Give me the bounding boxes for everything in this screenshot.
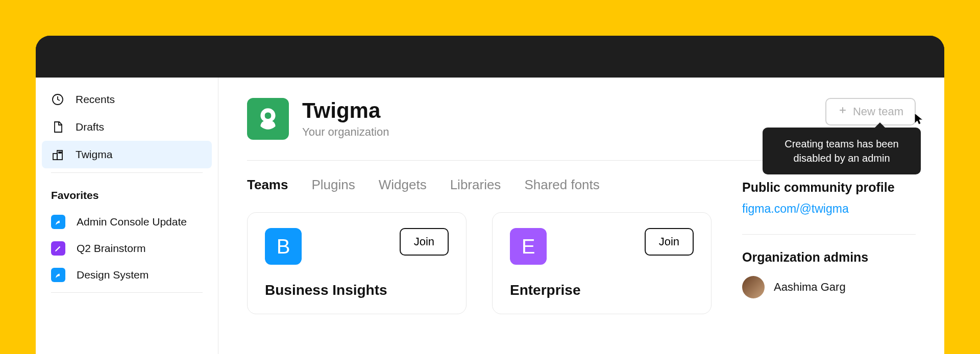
team-name: Enterprise: [510, 282, 694, 298]
tabs: Teams Plugins Widgets Libraries Shared f…: [247, 177, 712, 193]
leaf-icon: [51, 215, 65, 229]
header-row: Twigma Your organization New team Creat: [247, 98, 916, 140]
team-name: Business Insights: [265, 282, 449, 298]
leaf-icon: [51, 268, 65, 282]
svg-rect-3: [59, 152, 60, 153]
favorite-item-design-system[interactable]: Design System: [36, 262, 218, 288]
pencil-icon: [51, 241, 65, 256]
divider: [51, 172, 203, 173]
sidebar-item-drafts[interactable]: Drafts: [36, 113, 218, 141]
tab-shared-fonts[interactable]: Shared fonts: [524, 177, 599, 193]
team-card-business-insights[interactable]: B Join Business Insights: [247, 212, 467, 314]
favorite-label: Design System: [77, 269, 149, 281]
avatar: [742, 276, 765, 298]
favorite-label: Q2 Brainstorm: [77, 242, 145, 255]
plus-icon: [838, 105, 848, 118]
tab-widgets[interactable]: Widgets: [379, 177, 427, 193]
org-avatar: [247, 98, 289, 140]
team-cards: B Join Business Insights E Join Enterpri…: [247, 212, 712, 314]
main-content: Twigma Your organization New team Creat: [218, 78, 944, 354]
tab-plugins[interactable]: Plugins: [311, 177, 355, 193]
org-title: Twigma: [302, 99, 389, 122]
svg-rect-4: [60, 152, 61, 153]
content-area: Recents Drafts Twigma Favorites Ad: [36, 78, 944, 354]
left-column: Teams Plugins Widgets Libraries Shared f…: [247, 177, 712, 314]
favorites-header: Favorites: [36, 177, 218, 209]
profile-link[interactable]: figma.com/@twigma: [742, 202, 849, 215]
building-icon: [51, 148, 64, 161]
team-card-enterprise[interactable]: E Join Enterprise: [492, 212, 712, 314]
profile-header: Public community profile: [742, 180, 916, 195]
sidebar-item-recents[interactable]: Recents: [36, 86, 218, 113]
sidebar-item-twigma[interactable]: Twigma: [42, 141, 212, 168]
app-window: Recents Drafts Twigma Favorites Ad: [36, 36, 944, 354]
new-team-button[interactable]: New team: [825, 98, 916, 125]
sidebar-item-label: Twigma: [76, 148, 112, 161]
cursor-icon: [914, 112, 926, 129]
favorite-label: Admin Console Update: [77, 216, 187, 228]
body-row: Teams Plugins Widgets Libraries Shared f…: [247, 177, 916, 314]
svg-rect-1: [53, 154, 57, 160]
tab-teams[interactable]: Teams: [247, 177, 288, 193]
sidebar: Recents Drafts Twigma Favorites Ad: [36, 78, 218, 354]
admin-row[interactable]: Aashima Garg: [742, 276, 916, 298]
clock-icon: [51, 93, 64, 106]
team-avatar: E: [510, 228, 547, 265]
org-subtitle: Your organization: [302, 125, 389, 139]
org-header: Twigma Your organization: [247, 98, 389, 140]
tooltip: Creating teams has been disabled by an a…: [763, 128, 921, 174]
sidebar-item-label: Drafts: [76, 121, 104, 133]
divider: [742, 234, 916, 235]
titlebar: [36, 36, 944, 78]
sidebar-item-label: Recents: [76, 93, 115, 106]
favorite-item-admin-console[interactable]: Admin Console Update: [36, 209, 218, 235]
right-column: Public community profile figma.com/@twig…: [742, 177, 916, 314]
admins-header: Organization admins: [742, 250, 916, 265]
join-button[interactable]: Join: [645, 228, 694, 256]
file-icon: [51, 120, 64, 134]
join-button[interactable]: Join: [400, 228, 449, 256]
favorite-item-q2-brainstorm[interactable]: Q2 Brainstorm: [36, 235, 218, 262]
divider: [51, 292, 203, 293]
team-avatar: B: [265, 228, 302, 265]
new-team-label: New team: [853, 105, 903, 118]
admin-name: Aashima Garg: [774, 281, 846, 294]
tab-libraries[interactable]: Libraries: [450, 177, 501, 193]
